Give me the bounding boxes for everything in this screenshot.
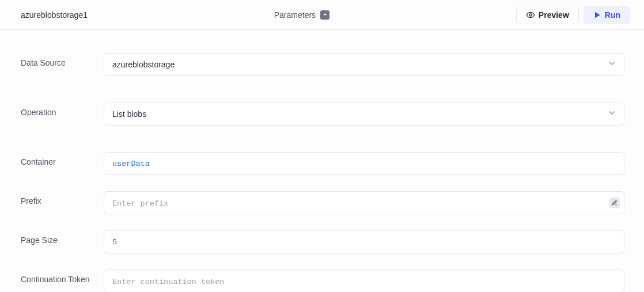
continuation-token-input[interactable]: [104, 270, 624, 292]
parameters-label: Parameters: [274, 10, 316, 20]
label-container: Container: [21, 152, 104, 168]
label-continuation-token: Continuation Token: [21, 270, 104, 286]
label-page-size: Page Size: [21, 230, 104, 247]
dynamic-icon[interactable]: [609, 198, 620, 208]
page-size-input[interactable]: [104, 230, 624, 253]
row-page-size: Page Size: [21, 230, 624, 253]
label-prefix: Prefix: [21, 191, 104, 207]
preview-button[interactable]: Preview: [516, 6, 579, 24]
run-button[interactable]: Run: [584, 6, 630, 24]
play-icon: [593, 11, 601, 19]
parameters-control[interactable]: Parameters +: [274, 10, 329, 20]
run-label: Run: [605, 10, 620, 20]
label-data-source: Data Source: [21, 53, 104, 69]
row-data-source: Data Source azureblobstorage: [21, 53, 624, 76]
row-continuation-token: Continuation Token: [21, 270, 624, 292]
label-operation: Operation: [21, 103, 104, 119]
data-source-value: azureblobstorage: [104, 53, 624, 76]
row-prefix: Prefix: [21, 191, 624, 214]
operation-select[interactable]: List blobs: [104, 103, 624, 126]
page-header: azureblobstorage1 Parameters + Preview R…: [0, 0, 644, 30]
plus-icon: +: [320, 10, 329, 20]
data-source-select[interactable]: azureblobstorage: [104, 53, 624, 76]
prefix-input[interactable]: [104, 191, 624, 214]
row-operation: Operation List blobs: [21, 103, 624, 126]
row-container: Container: [21, 152, 624, 175]
eye-icon: [526, 10, 535, 20]
query-title: azureblobstorage1: [21, 10, 88, 20]
header-actions: Preview Run: [516, 6, 630, 24]
operation-value: List blobs: [104, 103, 624, 126]
container-input[interactable]: [104, 152, 624, 175]
preview-label: Preview: [539, 10, 569, 20]
form-area: Data Source azureblobstorage Operation L…: [0, 30, 644, 292]
svg-point-0: [529, 14, 532, 16]
